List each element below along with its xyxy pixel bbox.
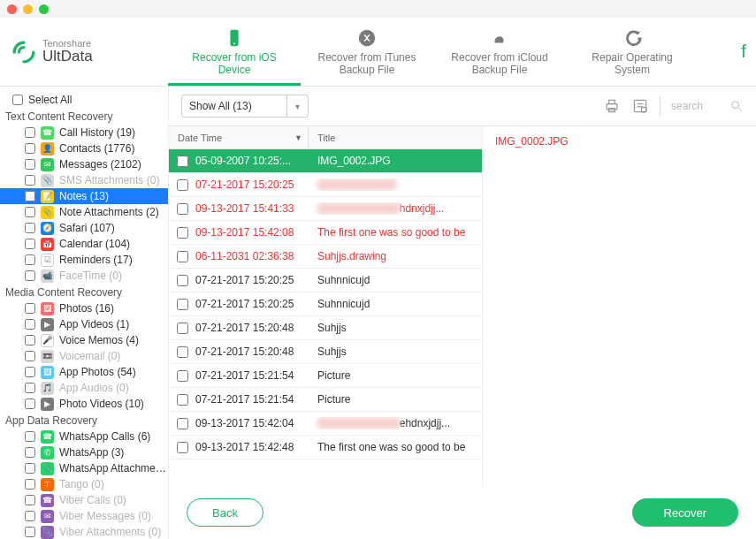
sidebar-item-checkbox[interactable]: [25, 399, 35, 409]
row-checkbox[interactable]: [177, 346, 188, 358]
sidebar-item[interactable]: 📅Calendar (104): [0, 236, 168, 252]
row-checkbox[interactable]: [177, 203, 188, 215]
print-icon[interactable]: [603, 97, 621, 115]
back-button[interactable]: Back: [187, 498, 263, 527]
sidebar-item-checkbox[interactable]: [25, 191, 35, 201]
sidebar-item[interactable]: 🖼App Photos (54): [0, 364, 168, 380]
row-checkbox[interactable]: [177, 156, 188, 167]
sidebar-item-icon: 📅: [41, 238, 54, 251]
sidebar-item[interactable]: ☑Reminders (17): [0, 252, 168, 268]
search-box[interactable]: search: [671, 99, 744, 113]
table-row[interactable]: 05-09-2007 10:25:...IMG_0002.JPG: [169, 149, 482, 173]
sidebar-item[interactable]: TTango (0): [0, 476, 168, 492]
sidebar-item[interactable]: ✆WhatsApp (3): [0, 444, 168, 460]
zoom-window-icon[interactable]: [39, 4, 49, 14]
table-row[interactable]: 07-21-2017 15:20:25Suhnnicujd: [169, 292, 482, 316]
sidebar-item[interactable]: ☎WhatsApp Calls (6): [0, 429, 168, 444]
facebook-icon[interactable]: f: [731, 42, 756, 62]
table-row[interactable]: 07-21-2017 15:21:54Picture: [169, 388, 482, 412]
sidebar-item-label: Viber Calls (0): [59, 494, 126, 506]
sidebar-item-label: WhatsApp Calls (6): [59, 430, 150, 443]
sidebar-item[interactable]: 📎Viber Attachments (0): [0, 524, 168, 539]
sidebar-item-checkbox[interactable]: [25, 143, 35, 154]
tab-1[interactable]: Recover from iTunes Backup File: [301, 18, 433, 86]
sidebar-item[interactable]: ✉Viber Messages (0): [0, 508, 168, 524]
sidebar-item-checkbox[interactable]: [25, 367, 35, 377]
row-checkbox[interactable]: [177, 394, 188, 406]
sidebar-item-checkbox[interactable]: [25, 511, 35, 521]
sidebar-item[interactable]: 📎SMS Attachments (0): [0, 172, 168, 188]
filter-dropdown-button[interactable]: ▾: [287, 95, 309, 118]
sidebar-item[interactable]: 📼Voicemail (0): [0, 348, 168, 364]
table-row[interactable]: 06-11-2031 02:36:38Suhjjs.drawing: [169, 245, 482, 269]
row-checkbox[interactable]: [177, 370, 188, 382]
row-checkbox[interactable]: [177, 251, 188, 262]
table-row[interactable]: 07-21-2017 15:20:25hidden text seg: [169, 173, 482, 197]
sidebar-item-checkbox[interactable]: [25, 223, 35, 233]
row-checkbox[interactable]: [177, 418, 188, 429]
sidebar-item-checkbox[interactable]: [25, 127, 35, 138]
sidebar-item-label: App Photos (54): [59, 366, 136, 378]
row-checkbox[interactable]: [177, 227, 188, 239]
sidebar-item[interactable]: ✉Messages (2102): [0, 156, 168, 172]
row-checkbox[interactable]: [177, 179, 188, 191]
sidebar-item-checkbox[interactable]: [25, 303, 35, 314]
sidebar-item-icon: 🖼: [41, 302, 54, 315]
sidebar-item-checkbox[interactable]: [25, 239, 35, 249]
column-datetime[interactable]: Date Time ▼: [169, 126, 309, 148]
sidebar-item-checkbox[interactable]: [25, 175, 35, 186]
sidebar-item-checkbox[interactable]: [25, 351, 35, 361]
sidebar-item-checkbox[interactable]: [25, 207, 35, 217]
sidebar-item-checkbox[interactable]: [25, 319, 35, 330]
select-all-checkbox[interactable]: [12, 95, 23, 105]
table-row[interactable]: 07-21-2017 15:20:25Suhnnicujd: [169, 269, 482, 292]
table-row[interactable]: 09-13-2017 15:42:48The first one was so …: [169, 436, 482, 459]
sidebar-item-checkbox[interactable]: [25, 527, 35, 537]
settings-list-icon[interactable]: [631, 97, 649, 115]
sidebar-item-checkbox[interactable]: [25, 335, 35, 345]
table-row[interactable]: 09-13-2017 15:42:08The first one was so …: [169, 221, 482, 245]
sidebar-item-checkbox[interactable]: [25, 254, 35, 265]
sidebar-item[interactable]: 📎WhatsApp Attachmen...: [0, 460, 168, 476]
sidebar-item[interactable]: 🧭Safari (107): [0, 220, 168, 236]
sidebar-item-checkbox[interactable]: [25, 383, 35, 393]
sidebar-item-checkbox[interactable]: [25, 479, 35, 490]
recover-button[interactable]: Recover: [632, 498, 738, 527]
table-row[interactable]: 07-21-2017 15:21:54Picture: [169, 364, 482, 388]
toolbar-divider: [660, 96, 661, 116]
sidebar-item[interactable]: ▶App Videos (1): [0, 316, 168, 332]
sidebar-item-icon: ☎: [41, 494, 54, 507]
table-row[interactable]: 09-13-2017 15:41:33hidden prefix txthdnx…: [169, 197, 482, 221]
select-all-row[interactable]: Select All: [0, 92, 168, 108]
sidebar-item-checkbox[interactable]: [25, 447, 35, 458]
sidebar-item[interactable]: ☎Viber Calls (0): [0, 492, 168, 508]
tab-0[interactable]: Recover from iOS Device: [168, 18, 301, 86]
minimize-window-icon[interactable]: [23, 4, 33, 14]
row-checkbox[interactable]: [177, 299, 188, 310]
table-row[interactable]: 07-21-2017 15:20:48Suhjjs: [169, 316, 482, 340]
table-row[interactable]: 07-21-2017 15:20:48Suhjjs: [169, 340, 482, 364]
sidebar-item[interactable]: 📎Note Attachments (2): [0, 204, 168, 220]
sidebar-item-checkbox[interactable]: [25, 495, 35, 505]
row-checkbox[interactable]: [177, 323, 188, 334]
row-checkbox[interactable]: [177, 275, 188, 286]
sidebar-item-checkbox[interactable]: [25, 270, 35, 281]
table-row[interactable]: 09-13-2017 15:42:04hidden prefix txtehdn…: [169, 412, 482, 436]
sidebar-item[interactable]: 📝Notes (13): [0, 188, 168, 204]
close-window-icon[interactable]: [7, 4, 17, 14]
sidebar-item[interactable]: 🎤Voice Memos (4): [0, 332, 168, 348]
tab-2[interactable]: Recover from iCloud Backup File: [433, 18, 566, 86]
filter-select[interactable]: Show All (13): [181, 95, 287, 118]
sidebar-item-checkbox[interactable]: [25, 159, 35, 170]
sidebar-item[interactable]: 🎵App Audios (0): [0, 380, 168, 396]
sidebar-item[interactable]: 🖼Photos (16): [0, 300, 168, 316]
tab-3[interactable]: Repair Operating System: [566, 18, 699, 86]
sidebar-item-checkbox[interactable]: [25, 463, 35, 474]
sidebar-item[interactable]: ▶Photo Videos (10): [0, 396, 168, 412]
sidebar-item[interactable]: 👤Contacts (1776): [0, 140, 168, 156]
column-title[interactable]: Title: [309, 133, 482, 143]
sidebar-item-checkbox[interactable]: [25, 431, 35, 442]
sidebar-item[interactable]: ☎Call History (19): [0, 125, 168, 140]
row-checkbox[interactable]: [177, 442, 188, 453]
sidebar-item[interactable]: 📹FaceTime (0): [0, 268, 168, 284]
